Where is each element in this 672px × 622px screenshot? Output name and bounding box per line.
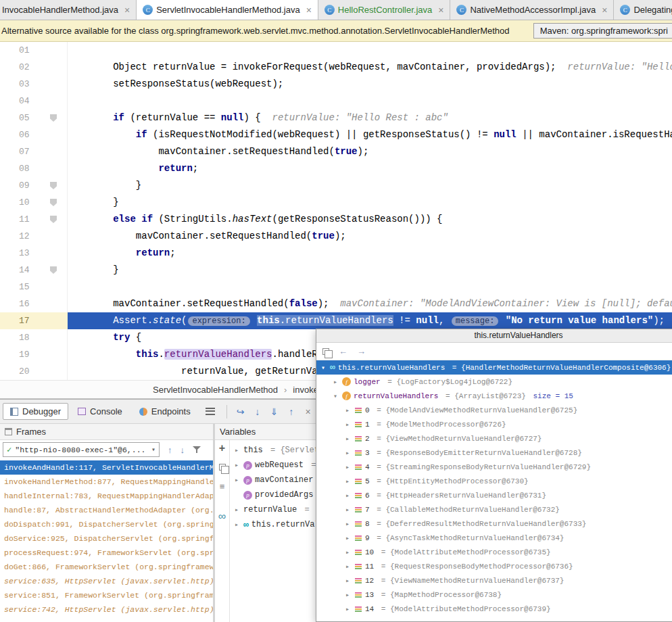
next-frame-icon[interactable]: ↓ (181, 445, 185, 455)
code-line-12[interactable]: 12 mavContainer.setRequestHandled(true); (0, 228, 672, 245)
tab-HelloRestController.java[interactable]: CHelloRestController.java× (318, 0, 451, 20)
stack-frame[interactable]: handle:87, AbstractHandlerMethodAdapter … (0, 503, 213, 517)
code-line-04[interactable]: 04 (0, 93, 672, 110)
expander-icon[interactable]: ▸ (233, 461, 241, 469)
code-text[interactable] (68, 279, 672, 295)
expander-icon[interactable]: ▸ (233, 521, 241, 529)
hide-library-frames-icon[interactable] (193, 446, 201, 454)
popup-tree-row[interactable]: ▸5 = {HttpEntityMethodProcessor@6730} (316, 474, 672, 488)
expander-icon[interactable]: ▸ (331, 378, 339, 386)
popup-tree-row[interactable]: ▸4 = {StreamingResponseBodyReturnValueHa… (316, 460, 672, 474)
stack-frame[interactable]: service:635, HttpServlet (javax.servlet.… (0, 574, 213, 588)
forward-icon[interactable]: → (357, 346, 366, 356)
popup-tree-row[interactable]: ▾freturnValueHandlers = {ArrayList@6723}… (316, 389, 672, 403)
back-icon[interactable]: ← (339, 346, 347, 356)
popup-title[interactable]: this.returnValueHandlers (316, 329, 672, 343)
stack-frame[interactable]: processRequest:974, FrameworkServlet (or… (0, 546, 213, 560)
popup-tree-row[interactable]: ▾∞this.returnValueHandlers = {HandlerMet… (316, 360, 672, 375)
popup-tree-row[interactable]: ▸1 = {ModelMethodProcessor@6726} (316, 417, 672, 431)
expander-icon[interactable]: ▾ (319, 364, 327, 372)
expander-icon[interactable]: ▸ (343, 449, 352, 457)
thread-selector[interactable]: ✓ "http-nio-8080-exec-1"@6,... ▾ (3, 442, 160, 457)
popup-tree-row[interactable]: ▸flogger = {LogFactory$Log4jLog@6722} (316, 375, 672, 389)
step-out-icon[interactable]: ↑ (284, 406, 299, 417)
code-text[interactable]: Assert.state(expression: this.returnValu… (68, 312, 672, 329)
code-line-10[interactable]: 10 } (0, 194, 672, 211)
popup-tree-row[interactable]: ▸9 = {AsyncTaskMethodReturnValueHandler@… (316, 531, 672, 545)
code-line-15[interactable]: 15 (0, 279, 672, 295)
fold-marker-icon[interactable] (50, 199, 57, 206)
stack-frame[interactable]: service:742, HttpServlet (javax.servlet.… (0, 602, 213, 617)
popup-tree-row[interactable]: ▸11 = {RequestResponseBodyMethodProcesso… (316, 559, 672, 573)
fold-marker-icon[interactable] (50, 182, 57, 189)
expander-icon[interactable]: ▸ (343, 563, 352, 571)
code-text[interactable]: else if (StringUtils.hasText(getResponse… (68, 211, 672, 228)
popup-tree-row[interactable]: ▸12 = {ViewNameMethodReturnValueHandler@… (316, 573, 672, 588)
tab-DelegatingMeth[interactable]: CDelegatingMeth× (614, 0, 672, 20)
tab-console[interactable]: Console (70, 403, 130, 420)
expander-icon[interactable]: ▸ (343, 492, 352, 500)
fold-marker-icon[interactable] (50, 266, 57, 274)
popup-tree-row[interactable]: ▸8 = {DeferredResultMethodReturnValueHan… (316, 517, 672, 531)
code-line-03[interactable]: 03 setResponseStatus(webRequest); (0, 76, 672, 93)
popup-tree-row[interactable]: ▸13 = {MapMethodProcessor@6738} (316, 588, 672, 602)
popup-tree-row[interactable]: ▸6 = {HttpHeadersReturnValueHandler@6731… (316, 488, 672, 502)
view-options-icon[interactable]: ≡ (220, 482, 225, 491)
expander-icon[interactable]: ▸ (343, 605, 352, 613)
tab-endpoints[interactable]: Endpoints (132, 403, 198, 420)
expander-icon[interactable]: ▸ (343, 477, 352, 485)
expander-icon[interactable]: ▸ (233, 446, 241, 454)
code-line-09[interactable]: 09 } (0, 177, 672, 194)
mute-breakpoints-icon[interactable]: × (301, 406, 316, 417)
stack-frame[interactable]: service:851, FrameworkServlet (org.sprin… (0, 588, 213, 602)
expander-icon[interactable]: ▸ (343, 548, 352, 556)
tab-NativeMethodAccessorImpl.java[interactable]: CNativeMethodAccessorImpl.java× (450, 0, 614, 20)
code-line-08[interactable]: 08 return; (0, 160, 672, 177)
copy-value-icon[interactable] (322, 348, 329, 355)
popup-tree-row[interactable]: ▸2 = {ViewMethodReturnValueHandler@6727} (316, 431, 672, 446)
step-into-icon[interactable]: ↓ (250, 406, 265, 417)
code-line-01[interactable]: 01 (0, 42, 672, 59)
code-text[interactable]: return; (68, 245, 672, 262)
copy-icon[interactable] (219, 464, 226, 471)
code-text[interactable]: Object returnValue = invokeForRequest(we… (68, 59, 672, 76)
expander-icon[interactable]: ▸ (343, 506, 352, 514)
layout-settings-icon[interactable] (206, 408, 215, 415)
stack-frame[interactable]: handleInternal:783, RequestMappingHandle… (0, 489, 213, 503)
code-line-17[interactable]: 17 Assert.state(expression: this.returnV… (0, 312, 672, 329)
code-line-14[interactable]: 14 } (0, 262, 672, 279)
stack-frame[interactable]: invokeHandlerMethod:877, RequestMappingH… (0, 475, 213, 489)
expander-icon[interactable]: ▸ (343, 406, 352, 414)
tab-InvocableHandlerMethod.java[interactable]: InvocableHandlerMethod.java× (0, 0, 137, 20)
fold-marker-icon[interactable] (50, 114, 57, 122)
tab-debugger[interactable]: Debugger (3, 403, 68, 420)
close-tab-icon[interactable]: × (602, 5, 607, 16)
code-text[interactable]: if (isRequestNotModified(webRequest) || … (68, 126, 672, 143)
expander-icon[interactable]: ▸ (343, 534, 352, 542)
code-line-05[interactable]: 05 if (returnValue == null) { returnValu… (0, 110, 672, 126)
expander-icon[interactable]: ▸ (343, 435, 352, 443)
tab-ServletInvocableHandlerMethod.java[interactable]: CServletInvocableHandlerMethod.java× (137, 0, 318, 20)
expander-icon[interactable]: ▸ (343, 577, 352, 585)
force-step-into-icon[interactable]: ⇓ (267, 406, 282, 417)
code-text[interactable]: mavContainer.setRequestHandled(true); (68, 228, 672, 245)
stack-frame[interactable]: doGet:866, FrameworkServlet (org.springf… (0, 560, 213, 574)
code-line-06[interactable]: 06 if (isRequestNotModified(webRequest) … (0, 126, 672, 143)
code-line-07[interactable]: 07 mavContainer.setRequestHandled(true); (0, 143, 672, 160)
code-text[interactable]: if (returnValue == null) { returnValue: … (68, 110, 672, 126)
expander-icon[interactable]: ▸ (343, 520, 352, 528)
code-text[interactable]: } (68, 194, 672, 211)
code-text[interactable] (68, 93, 672, 110)
breadcrumb-class[interactable]: ServletInvocableHandlerMethod (153, 385, 278, 395)
close-tab-icon[interactable]: × (438, 5, 443, 16)
popup-tree-row[interactable]: ▸0 = {ModelAndViewMethodReturnValueHandl… (316, 403, 672, 417)
code-line-13[interactable]: 13 return; (0, 245, 672, 262)
code-line-02[interactable]: 02 Object returnValue = invokeForRequest… (0, 59, 672, 76)
step-over-icon[interactable]: ↪ (233, 406, 248, 417)
popup-tree-row[interactable]: ▸14 = {ModelAttributeMethodProcessor@673… (316, 602, 672, 616)
expander-icon[interactable]: ▸ (233, 476, 241, 484)
popup-tree-row[interactable]: ▸10 = {ModelAttributeMethodProcessor@673… (316, 545, 672, 559)
expander-icon[interactable]: ▾ (331, 392, 339, 400)
banner-action-button[interactable]: Maven: org.springframework:spri (533, 23, 672, 39)
code-text[interactable]: mavContainer.setRequestHandled(true); (68, 143, 672, 160)
